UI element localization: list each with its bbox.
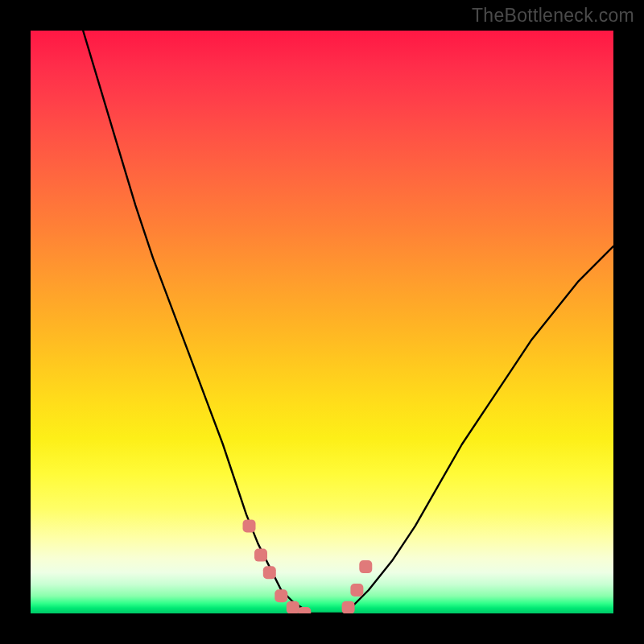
plot-area: [31, 31, 613, 613]
marker-dot: [342, 601, 355, 613]
marker-dot: [298, 607, 311, 613]
bottleneck-curve: [83, 31, 613, 613]
marker-dot: [263, 566, 276, 579]
source-attribution: TheBottleneck.com: [472, 5, 634, 27]
chart-svg: [31, 31, 613, 613]
marker-dot: [243, 519, 256, 532]
marker-dot: [350, 584, 363, 597]
marker-dot: [287, 601, 299, 613]
marker-dot: [275, 589, 287, 602]
marker-dot: [359, 560, 372, 573]
optimal-zone-markers: [243, 519, 373, 613]
marker-dot: [254, 549, 267, 562]
chart-frame: TheBottleneck.com: [0, 0, 644, 644]
